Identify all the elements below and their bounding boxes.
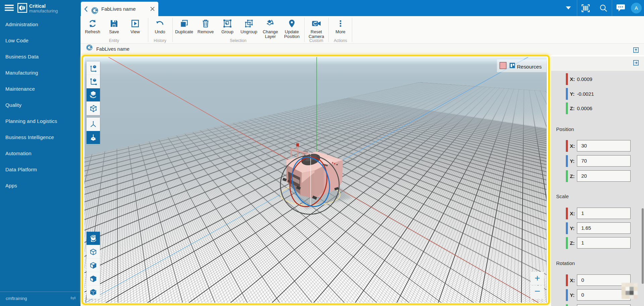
- svg-text:Resources: Resources: [517, 64, 542, 70]
